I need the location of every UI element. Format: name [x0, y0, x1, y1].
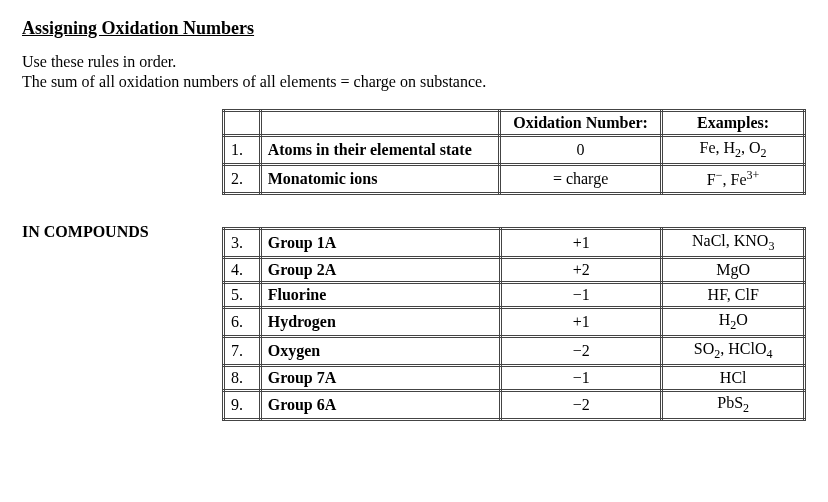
rule-description: Fluorine [260, 282, 500, 307]
example-cell: F−, Fe3+ [662, 165, 805, 193]
rule-number: 9. [224, 391, 261, 420]
rule-number: 7. [224, 336, 261, 365]
table-row: 2.Monatomic ions= chargeF−, Fe3+ [224, 165, 805, 193]
example-cell: HCl [662, 366, 805, 391]
rule-number: 8. [224, 366, 261, 391]
rule-number: 2. [224, 165, 261, 193]
header-blank-desc [260, 111, 499, 136]
oxidation-number: 0 [500, 136, 662, 165]
table-row: 4.Group 2A+2MgO [224, 257, 805, 282]
rule-number: 3. [224, 228, 261, 257]
example-cell: NaCl, KNO3 [662, 228, 805, 257]
oxidation-number: = charge [500, 165, 662, 193]
rule-description: Oxygen [260, 336, 500, 365]
rule-description: Group 1A [260, 228, 500, 257]
rule-number: 6. [224, 307, 261, 336]
oxidation-number: +2 [501, 257, 662, 282]
oxidation-number: +1 [501, 307, 662, 336]
header-examples: Examples: [662, 111, 805, 136]
rule-number: 1. [224, 136, 261, 165]
example-cell: H2O [662, 307, 805, 336]
header-oxidation: Oxidation Number: [500, 111, 662, 136]
example-cell: SO2, HClO4 [662, 336, 805, 365]
intro-line-1: Use these rules in order. [22, 53, 806, 71]
intro-line-2: The sum of all oxidation numbers of all … [22, 73, 806, 91]
table-row: 6.Hydrogen+1H2O [224, 307, 805, 336]
oxidation-number: −2 [501, 391, 662, 420]
table-row: 8.Group 7A−1HCl [224, 366, 805, 391]
page-title: Assigning Oxidation Numbers [22, 18, 806, 39]
oxidation-number: +1 [501, 228, 662, 257]
table-header-row: Oxidation Number: Examples: [224, 111, 805, 136]
example-cell: HF, ClF [662, 282, 805, 307]
table-row: 9.Group 6A−2PbS2 [224, 391, 805, 420]
example-cell: PbS2 [662, 391, 805, 420]
oxidation-number: −1 [501, 282, 662, 307]
rule-description: Hydrogen [260, 307, 500, 336]
oxidation-number: −2 [501, 336, 662, 365]
example-cell: Fe, H2, O2 [662, 136, 805, 165]
table-row: 7.Oxygen−2SO2, HClO4 [224, 336, 805, 365]
rule-description: Group 7A [260, 366, 500, 391]
rule-number: 4. [224, 257, 261, 282]
rule-description: Monatomic ions [260, 165, 499, 193]
table-row: 1.Atoms in their elemental state0Fe, H2,… [224, 136, 805, 165]
table-row: 5.Fluorine−1HF, ClF [224, 282, 805, 307]
example-cell: MgO [662, 257, 805, 282]
rule-number: 5. [224, 282, 261, 307]
oxidation-number: −1 [501, 366, 662, 391]
rule-description: Atoms in their elemental state [260, 136, 499, 165]
rule-description: Group 2A [260, 257, 500, 282]
rules-table-1: Oxidation Number: Examples: 1.Atoms in t… [222, 109, 806, 195]
header-blank-num [224, 111, 261, 136]
rule-description: Group 6A [260, 391, 500, 420]
table-row: 3.Group 1A+1NaCl, KNO3 [224, 228, 805, 257]
rules-table-2: 3.Group 1A+1NaCl, KNO34.Group 2A+2MgO5.F… [222, 227, 806, 422]
